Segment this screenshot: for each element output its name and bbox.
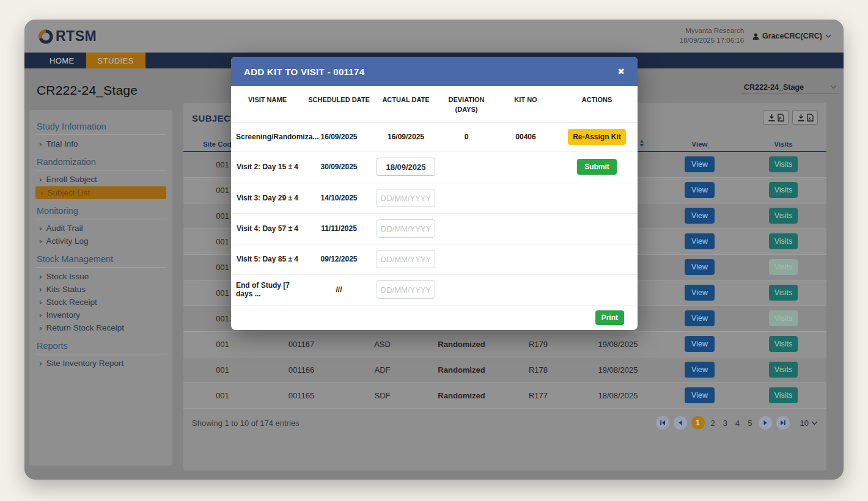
nav-tab-studies[interactable]: STUDIES bbox=[86, 53, 145, 68]
visits-button[interactable]: Visits bbox=[769, 182, 798, 198]
col-visit-name: VISIT NAME bbox=[231, 86, 304, 122]
org-datetime-block: Myvanta Research 18/09/2025 17:06:16 bbox=[680, 26, 745, 45]
export-pdf-button[interactable]: P bbox=[763, 110, 789, 125]
sidebar-item-activity-log[interactable]: ›Activity Log bbox=[29, 235, 172, 247]
excel-file-icon: x bbox=[807, 114, 814, 122]
actual-date-input[interactable] bbox=[377, 189, 435, 207]
sidebar-item-stock-receipt[interactable]: ›Stock Receipt bbox=[29, 296, 172, 309]
visit-name: End of Study [7 days ... bbox=[231, 274, 304, 305]
pagination-page-2[interactable]: 2 bbox=[709, 419, 717, 428]
view-button[interactable]: View bbox=[685, 285, 715, 301]
scheduled-date: 09/12/2025 bbox=[304, 244, 374, 274]
kit-no: 00406 bbox=[495, 122, 556, 151]
visit-name: Visit 2: Day 15 ± 4 bbox=[231, 151, 304, 183]
sidebar-item-stock-issue[interactable]: ›Stock Issue bbox=[29, 270, 172, 283]
sidebar-item-trial-info[interactable]: ›Trial Info bbox=[29, 137, 172, 150]
org-name: Myvanta Research bbox=[680, 26, 745, 36]
sidebar-item-subject-list[interactable]: ›Subject List bbox=[35, 186, 166, 199]
sidebar-item-audit-trail[interactable]: ›Audit Trail bbox=[29, 222, 172, 235]
divider bbox=[35, 267, 166, 268]
visits-button-disabled: Visits bbox=[769, 259, 798, 275]
view-button[interactable]: View bbox=[685, 233, 715, 249]
view-button[interactable]: View bbox=[685, 336, 715, 352]
chevron-right-icon: › bbox=[40, 188, 43, 197]
visits-button[interactable]: Visits bbox=[769, 336, 798, 352]
top-header: RTSM Myvanta Research 18/09/2025 17:06:1… bbox=[24, 20, 844, 53]
view-button[interactable]: View bbox=[685, 259, 715, 275]
chevron-right-icon: › bbox=[39, 285, 42, 294]
visits-button[interactable]: Visits bbox=[769, 233, 798, 249]
col-actual-date: ACTUAL DATE bbox=[374, 86, 438, 122]
study-select-dropdown[interactable]: CR222-24_Stage bbox=[742, 81, 839, 94]
visit-row-end-of-study: End of Study [7 days ... /// bbox=[231, 274, 638, 305]
visits-button[interactable]: Visits bbox=[769, 387, 798, 403]
sort-icon bbox=[639, 140, 644, 147]
actual-date-input[interactable] bbox=[377, 158, 435, 176]
divider bbox=[35, 219, 166, 219]
view-button[interactable]: View bbox=[685, 387, 715, 403]
pagination-last-button[interactable] bbox=[776, 416, 790, 430]
visits-button[interactable]: Visits bbox=[769, 285, 798, 301]
visit-name: Visit 3: Day 29 ± 4 bbox=[231, 183, 304, 213]
view-button[interactable]: View bbox=[685, 362, 715, 378]
sidebar-section-study-information: Study Information bbox=[29, 120, 172, 133]
app-logo: RTSM bbox=[37, 27, 97, 45]
status-badge: Randomized bbox=[424, 382, 499, 408]
scheduled-date: 14/10/2025 bbox=[304, 183, 374, 213]
col-visits: Visits bbox=[740, 137, 826, 152]
pagination: 1 2 3 4 5 10 bbox=[656, 416, 818, 430]
table-row: 001 001167 ASD Randomized R179 19/08/202… bbox=[183, 331, 826, 357]
nav-tab-home[interactable]: HOME bbox=[38, 53, 86, 68]
view-button[interactable]: View bbox=[685, 156, 715, 172]
visit-row-screening: Screening/Randomiza... 16/09/2025 16/09/… bbox=[231, 122, 638, 151]
chevron-right-icon: › bbox=[39, 323, 42, 332]
pagination-first-button[interactable] bbox=[656, 416, 669, 430]
print-button[interactable]: Print bbox=[595, 310, 624, 325]
sidebar-item-enroll-subject[interactable]: ›Enroll Subject bbox=[29, 173, 172, 186]
export-excel-button[interactable]: x bbox=[792, 110, 818, 125]
pagination-page-5[interactable]: 5 bbox=[746, 419, 754, 428]
reassign-kit-button[interactable]: Re-Assign Kit bbox=[568, 129, 626, 145]
pagination-page-3[interactable]: 3 bbox=[721, 419, 729, 428]
sidebar-section-stock-management: Stock Management bbox=[29, 253, 172, 265]
view-button[interactable]: View bbox=[685, 182, 715, 198]
table-row: 001 001166 ADF Randomized R178 19/08/202… bbox=[183, 357, 826, 382]
chevron-right-icon: › bbox=[39, 272, 42, 281]
modal-title: ADD KIT TO VISIT - 001174 bbox=[244, 67, 364, 77]
chevron-right-icon: › bbox=[39, 310, 42, 320]
chevron-right-icon: › bbox=[39, 298, 42, 307]
view-button[interactable]: View bbox=[685, 208, 715, 224]
sidebar: Study Information ›Trial Info Randomizat… bbox=[29, 110, 172, 466]
pagination-next-button[interactable] bbox=[759, 416, 772, 430]
actual-date-input[interactable] bbox=[377, 280, 435, 299]
add-kit-to-visit-modal: ADD KIT TO VISIT - 001174 ✖ VISIT NAME S… bbox=[231, 57, 638, 330]
close-icon[interactable]: ✖ bbox=[617, 67, 625, 76]
table-row: 001 001165 SDF Randomized R177 18/08/202… bbox=[183, 382, 826, 408]
download-icon bbox=[768, 114, 776, 122]
pagination-prev-button[interactable] bbox=[674, 416, 687, 430]
visits-button[interactable]: Visits bbox=[769, 362, 798, 378]
user-menu[interactable]: GraceCRC(CRC) bbox=[752, 32, 831, 40]
col-view: View bbox=[659, 137, 740, 152]
page-size-select[interactable]: 10 bbox=[800, 419, 818, 428]
visit-name: Visit 5: Day 85 ± 4 bbox=[231, 244, 304, 274]
view-button[interactable]: View bbox=[685, 310, 715, 326]
pagination-page-4[interactable]: 4 bbox=[734, 419, 741, 428]
col-deviation: DEVIATION(DAYS) bbox=[438, 86, 495, 122]
pdf-file-icon: P bbox=[778, 114, 784, 122]
pagination-page-current[interactable]: 1 bbox=[691, 416, 705, 430]
visits-button[interactable]: Visits bbox=[769, 156, 798, 172]
scheduled-date: 11/11/2025 bbox=[304, 213, 374, 244]
sidebar-item-return-stock-receipt[interactable]: ›Return Stock Receipt bbox=[29, 321, 172, 334]
user-icon bbox=[752, 33, 759, 40]
visits-button[interactable]: Visits bbox=[769, 208, 798, 224]
sidebar-item-site-inventory-report[interactable]: ›Site Inventory Report bbox=[29, 357, 172, 370]
actual-date-input[interactable] bbox=[377, 250, 435, 268]
divider bbox=[35, 134, 166, 135]
actual-date-input[interactable] bbox=[377, 219, 435, 238]
submit-button[interactable]: Submit bbox=[577, 159, 617, 175]
sidebar-item-kits-status[interactable]: ›Kits Status bbox=[29, 283, 172, 296]
modal-footer: Print bbox=[231, 305, 638, 331]
deviation-days: 0 bbox=[438, 122, 495, 151]
sidebar-item-inventory[interactable]: ›Inventory bbox=[29, 309, 172, 321]
